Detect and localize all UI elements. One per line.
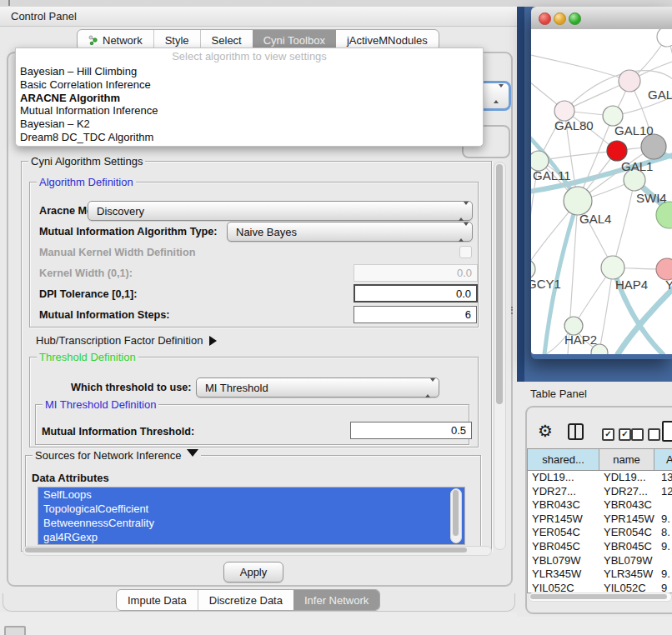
network-edge[interactable] [531, 54, 629, 81]
tab-label: Discretize Data [209, 594, 283, 607]
document-icon[interactable] [662, 421, 672, 442]
attributes-scrollbar-thumb[interactable] [453, 490, 459, 536]
table-cell: 9 [654, 582, 672, 592]
combo-arrows-icon [425, 382, 434, 394]
mi-steps-field[interactable]: 6 [354, 306, 477, 323]
algorithm-dropdown-popup: Select algorithm to view settings Bayesi… [15, 48, 484, 147]
table-row[interactable]: YBR045CYBR045C9. [528, 540, 672, 554]
network-node[interactable] [657, 29, 672, 47]
panel-mini-icon[interactable] [4, 626, 26, 635]
mi-threshold-field[interactable]: 0.5 [350, 422, 472, 439]
settings-horizontal-scrollbar[interactable] [23, 546, 492, 556]
settings-group-title: Cyni Algorithm Settings [28, 155, 145, 168]
table-hscrollbar-thumb[interactable] [530, 594, 667, 599]
mi-threshold-label: Mutual Information Threshold: [42, 426, 194, 438]
table-row[interactable]: YPR145WYPR145W9. [528, 512, 672, 527]
node-label: GAL1 [621, 159, 653, 173]
kernel-width-label: Kernel Width (0,1): [39, 268, 133, 279]
apply-button[interactable]: Apply [223, 562, 283, 582]
network-node-gal[interactable] [619, 70, 640, 92]
hub-transcription-factor-toggle[interactable]: Hub/Transcription Factor Definition [36, 334, 222, 347]
dropdown-item[interactable]: Basic Correlation Inference [16, 78, 483, 92]
show-columns-icon[interactable] [568, 423, 584, 440]
dropdown-item[interactable]: Bayesian – Hill Climbing [16, 65, 483, 78]
gear-icon[interactable]: ⚙ [538, 421, 553, 441]
dropdown-item[interactable]: Mutual Information Inference [16, 104, 483, 118]
network-node[interactable] [641, 134, 666, 159]
collapsed-arrow-icon [209, 336, 222, 346]
network-node-hap4[interactable] [601, 256, 624, 279]
unchecked-box-icon: ✓ [631, 428, 644, 441]
table-cell: YIL052C [528, 582, 599, 592]
network-node-gal4[interactable] [564, 187, 592, 215]
node-label: HAP2 [564, 332, 597, 347]
table-cell: 9. [654, 512, 672, 527]
dropdown-item[interactable]: Dream8 DC_TDC Algorithm [16, 131, 483, 144]
attribute-item[interactable]: TopologicalCoefficient [38, 502, 464, 516]
table-cell: YBR043C [599, 498, 654, 512]
attribute-item[interactable]: SelfLoops [38, 488, 464, 502]
threshold-definition-title: Threshold Definition [37, 351, 138, 363]
select-all-columns-icon[interactable]: ✓✓ [602, 427, 635, 441]
manual-kernel-width-checkbox[interactable] [459, 246, 472, 258]
network-node-gal1[interactable] [607, 141, 627, 161]
table-row[interactable]: YBL079WYBL079W [528, 554, 672, 568]
mi-algorithm-type-select[interactable]: Naive Bayes [227, 222, 473, 242]
settings-hscrollbar-thumb[interactable] [25, 548, 467, 552]
aracne-mode-select[interactable]: Discovery [88, 201, 473, 221]
tab-label: Select [212, 34, 242, 47]
mi-algorithm-type-label: Mutual Information Algorithm Type: [39, 226, 218, 238]
which-threshold-select[interactable]: MI Threshold [196, 378, 439, 398]
settings-scrollbar-thumb[interactable] [496, 164, 503, 404]
which-threshold-value: MI Threshold [205, 382, 268, 394]
tab-infer-network[interactable]: Infer Network [293, 590, 379, 610]
table-row[interactable]: YER054CYER054C8. [528, 526, 672, 540]
checked-box-icon: ✓ [602, 428, 614, 441]
mi-algorithm-type-value: Naive Bayes [236, 226, 297, 238]
network-edge[interactable] [613, 180, 634, 268]
table-column-header[interactable]: name [599, 449, 654, 470]
table-row[interactable]: YLR345WYLR345W9. [528, 568, 672, 582]
dropdown-item[interactable]: Bayesian – K2 [16, 118, 483, 131]
table-horizontal-scrollbar[interactable] [529, 592, 672, 602]
table-row[interactable]: YBR043CYBR043C [528, 498, 672, 512]
table-cell: 9. [654, 568, 672, 582]
table-cell [654, 554, 672, 568]
close-traffic-light[interactable] [539, 12, 551, 25]
settings-vertical-scrollbar[interactable] [494, 162, 506, 550]
panel-divider-grip[interactable] [511, 305, 514, 315]
tab-discretize-data[interactable]: Discretize Data [198, 590, 293, 610]
network-canvas[interactable]: GALGAL80GAL10GAL1GAL11SWI4GAL4GCY1HAP4YH… [531, 29, 672, 354]
network-edge[interactable] [599, 268, 613, 351]
table-row[interactable]: YDR27...YDR27...12 [528, 485, 672, 499]
table-cell: YBR043C [528, 498, 599, 512]
data-attributes-list[interactable]: SelfLoopsTopologicalCoefficientBetweenne… [38, 487, 465, 545]
table-cell: YDL19... [528, 471, 599, 485]
network-node[interactable] [656, 202, 672, 228]
network-graph: GALGAL80GAL10GAL1GAL11SWI4GAL4GCY1HAP4YH… [531, 29, 672, 354]
dpi-tolerance-field[interactable]: 0.0 [354, 284, 478, 302]
tab-impute-data[interactable]: Impute Data [117, 590, 198, 610]
table-row[interactable]: YDL19...YDL19...13 [528, 471, 672, 485]
attribute-item[interactable]: gal4RGexp [38, 530, 464, 544]
attributes-vertical-scrollbar[interactable] [450, 488, 462, 543]
kernel-width-field[interactable]: 0.0 [354, 264, 478, 282]
table-cell: YBR045C [599, 540, 654, 554]
combo-arrows-icon [459, 226, 467, 238]
top-toolbar-tick [8, 0, 10, 6]
dropdown-item[interactable]: ARACNE Algorithm [16, 92, 483, 105]
network-window-titlebar[interactable] [531, 7, 672, 30]
zoom-traffic-light[interactable] [569, 12, 581, 25]
minimize-traffic-light[interactable] [554, 12, 566, 25]
attribute-item[interactable]: BetweennessCentrality [38, 516, 464, 530]
table-panel-title: Table Panel [530, 388, 587, 400]
table-cell: 13 [654, 471, 672, 485]
table-header-row: shared...nameA [528, 449, 672, 471]
control-panel-title: Control Panel [11, 10, 77, 22]
control-panel-titlebar: Control Panel [0, 7, 517, 27]
table-column-header[interactable]: A [654, 449, 672, 470]
dropdown-prompt: Select algorithm to view settings [16, 48, 483, 65]
table-column-header[interactable]: shared... [528, 449, 599, 470]
deselect-all-columns-icon[interactable]: ✓✓ [631, 427, 664, 441]
table-row[interactable]: YIL052CYIL052C9 [528, 582, 672, 592]
